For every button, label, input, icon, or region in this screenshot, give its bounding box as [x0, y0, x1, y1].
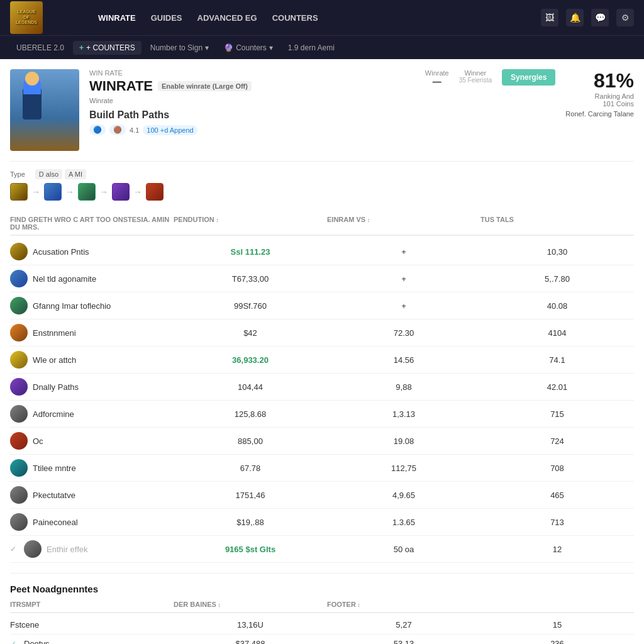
cell-production-8: 67.78 [174, 464, 327, 473]
sub-section: Peet Noadgnenntes Itrsmpt Der Baines Foo… [10, 584, 634, 644]
sub-th-format: Itrsmpt [10, 601, 174, 608]
nav-counters-dd[interactable]: 🔮 Counters ▾ [218, 41, 279, 55]
champion-image [10, 69, 79, 151]
type-dalso[interactable]: D also [35, 169, 62, 179]
table-row: ✓ Enthir effek 9165 $st Glts 50 oa 12 [10, 536, 634, 563]
cell-tutorials-10: 713 [480, 518, 634, 527]
cell-enemy-5: 9,88 [327, 382, 480, 392]
main-table: Find Greth wro c art too onstesia. Amin … [10, 216, 634, 563]
sub-table-header: Itrsmpt Der Baines Footer [10, 601, 634, 613]
table-row: Dnally Paths 104,44 9,88 42.01 [10, 374, 634, 401]
build-item-2[interactable] [44, 183, 62, 201]
nav-links: WINRATE GUIDES ADVANCED EG COUNTERS [98, 13, 541, 23]
winrate-col-winner: Winner 35 Feierista [459, 69, 492, 84]
settings-icon[interactable]: ⚙ [616, 9, 634, 26]
cell-enemy-10: 1.3.65 [327, 518, 480, 527]
th-production[interactable]: Pendution [174, 216, 327, 231]
league-logo: LEAGUE OF LEGENDS [10, 1, 43, 34]
type-icons: D also A MI [35, 169, 86, 179]
synergies-button[interactable]: Synergies [502, 69, 555, 86]
table-row: Wle or attch 36,933.20 14.56 74.1 [10, 347, 634, 374]
cell-champion-11: ✓ Enthir effek [10, 540, 174, 558]
ranking-detail: 101 Coins [565, 100, 634, 108]
nav-uberele[interactable]: UBERELE 2.0 [10, 41, 70, 55]
cell-champion-0: Acusation Pntis [10, 243, 174, 260]
champ-name-cell-7: Oc [33, 436, 43, 446]
champ-toggle[interactable]: Enable winrate (Large Off) [158, 81, 252, 91]
nav-icons: 🖼 🔔 💬 ⚙ [541, 9, 634, 26]
champ-icon-0 [10, 243, 28, 260]
champ-name-cell-10: Paineconeal [33, 518, 78, 527]
table-row: Pkectutatve 1751,46 4,9.65 465 [10, 482, 634, 509]
subsection-title: Peet Noadgnenntes [10, 584, 634, 594]
cell-enemy-11: 50 oa [327, 545, 480, 554]
cell-tutorials-2: 40.08 [480, 301, 634, 311]
cell-tutorials-5: 42.01 [480, 382, 634, 392]
cell-tutorials-7: 724 [480, 436, 634, 446]
champ-icon-10 [10, 513, 28, 531]
nav-winrate[interactable]: WINRATE [98, 13, 136, 23]
build-path-section: Type D also A MI → → → → [10, 162, 634, 208]
section-divider [10, 573, 634, 574]
champ-name-cell-11: Enthir effek [47, 545, 88, 554]
cell-enemy-9: 4,9.65 [327, 491, 480, 500]
champ-name-cell-2: Gfanng Imar toflechio [33, 301, 111, 311]
badge-icon1: 🔵 [89, 125, 106, 135]
build-item-3[interactable] [78, 183, 96, 201]
nav-advanced[interactable]: ADVANCED EG [197, 13, 257, 23]
nav-counters[interactable]: COUNTERS [272, 13, 318, 23]
champ-name-cell-1: Nel tld agonamite [33, 274, 96, 284]
bell-icon[interactable]: 🔔 [566, 9, 584, 26]
th-tutorials: Tus tals [480, 216, 634, 231]
cell-tutorials-11: 12 [480, 545, 634, 554]
table-row: Nel tld agonamite T67,33,00 + 5,.7.80 [10, 265, 634, 292]
build-row: → → → → [10, 183, 634, 201]
build-item-4[interactable] [112, 183, 130, 201]
build-item-1[interactable] [10, 183, 28, 201]
champ-icon-1 [10, 270, 28, 287]
cell-enemy-3: 72.30 [327, 328, 480, 338]
sub-table-body: Fstcene 13,16U 5,27 15 ✓ Deotys $37,488 … [10, 616, 634, 644]
champ-name-cell-6: Adforcmine [33, 409, 74, 419]
table-row: Adforcmine 125,8.68 1,3.13 715 [10, 401, 634, 428]
cell-enemy-1: + [327, 274, 480, 284]
build-item-5[interactable] [146, 183, 164, 201]
sub-cell-extra-1: 236 [480, 639, 634, 644]
champ-name: WINRATE Enable winrate (Large Off) [89, 78, 415, 94]
cell-enemy-0: + [327, 247, 480, 257]
cell-production-4: 36,933.20 [174, 355, 327, 365]
cell-champion-5: Dnally Paths [10, 378, 174, 396]
image-icon[interactable]: 🖼 [541, 9, 558, 26]
table-row: Acusation Pntis Ssl 111.23 + 10,30 [10, 238, 634, 265]
cell-production-6: 125,8.68 [174, 409, 327, 419]
sub-th-footer[interactable]: Footer [327, 601, 480, 608]
table-header: Find Greth wro c art too onstesia. Amin … [10, 216, 634, 236]
champ-icon-11 [24, 540, 42, 558]
cell-tutorials-0: 10,30 [480, 247, 634, 257]
cell-production-9: 1751,46 [174, 491, 327, 500]
sub-cell-champion-1: ✓ Deotys [10, 639, 174, 644]
cell-tutorials-6: 715 [480, 409, 634, 419]
main-content: WIN RATE WINRATE Enable winrate (Large O… [0, 59, 644, 644]
sub-th-empty [480, 601, 634, 608]
sub-th-derbaines[interactable]: Der Baines [174, 601, 327, 608]
type-ami[interactable]: A MI [65, 169, 86, 179]
chat-icon[interactable]: 💬 [591, 9, 609, 26]
table-row: Oc 885,00 19.08 724 [10, 428, 634, 455]
cell-production-10: $19,.88 [174, 518, 327, 527]
nav-number-sign[interactable]: Number to Sign ▾ [144, 41, 215, 55]
th-enemies[interactable]: EinrAM vs [327, 216, 480, 231]
th-champion: Find Greth wro c art too onstesia. Amin … [10, 216, 174, 231]
build-title: Build Path Paths [89, 109, 415, 121]
nav-guides[interactable]: GUIDES [151, 13, 182, 23]
logo-area: LEAGUE OF LEGENDS [10, 1, 98, 34]
cell-tutorials-9: 465 [480, 491, 634, 500]
champion-header: WIN RATE WINRATE Enable winrate (Large O… [10, 69, 634, 162]
cell-production-7: 885,00 [174, 436, 327, 446]
table-row: Paineconeal $19,.88 1.3.65 713 [10, 509, 634, 536]
nav-counters-plus[interactable]: + + COUNTERS [73, 41, 142, 55]
cell-champion-8: Ttilee mntre [10, 459, 174, 477]
sub-cell-footer-1: 53.13 [327, 639, 480, 644]
champ-name-cell-3: Enstnnmeni [33, 328, 76, 338]
nav-dern-aemi[interactable]: 1.9 dern Aemi [282, 41, 341, 55]
